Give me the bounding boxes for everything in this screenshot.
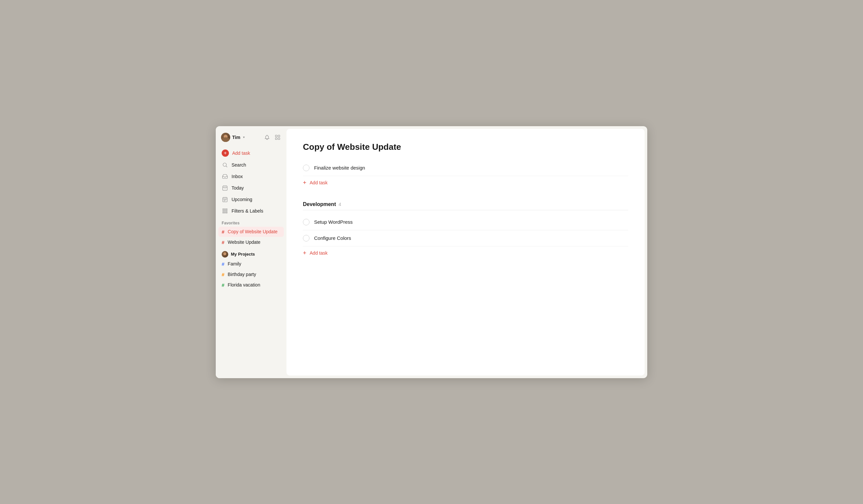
hash-icon-orange: #	[222, 272, 224, 277]
add-task-row-development[interactable]: + Add task	[303, 246, 628, 260]
svg-point-4	[223, 163, 227, 167]
search-icon	[222, 162, 228, 168]
svg-rect-23	[225, 212, 226, 213]
sidebar-item-add-task[interactable]: + Add task	[218, 147, 284, 159]
svg-rect-21	[226, 210, 227, 211]
bell-icon	[264, 134, 270, 140]
sidebar-nav: + Add task Search	[216, 146, 286, 378]
favorites-section-label: Favorites	[218, 217, 284, 227]
my-projects-label: My Projects	[231, 252, 255, 257]
task-row[interactable]: Configure Colors	[303, 230, 628, 246]
task-text-3: Configure Colors	[314, 235, 351, 241]
add-task-plus-icon-1: +	[303, 179, 307, 186]
sidebar-item-florida-vacation[interactable]: # Florida vacation	[218, 280, 284, 290]
notification-bell-button[interactable]	[263, 134, 271, 141]
svg-rect-16	[223, 209, 224, 210]
my-projects-avatar	[222, 251, 228, 258]
task-row[interactable]: Setup WordPress	[303, 214, 628, 230]
main-content: Copy of Website Update Finalize website …	[286, 129, 645, 376]
development-section-count: 4	[338, 202, 341, 207]
default-task-section: Finalize website design + Add task	[303, 160, 628, 190]
filters-labels-label: Filters & Labels	[232, 208, 263, 214]
hash-icon-red: #	[222, 229, 224, 235]
add-task-label-2: Add task	[310, 250, 328, 256]
svg-rect-3	[278, 138, 280, 139]
inbox-label: Inbox	[232, 174, 243, 179]
upcoming-label: Upcoming	[232, 197, 252, 202]
development-section-title: Development	[303, 202, 336, 207]
task-text-1: Finalize website design	[314, 165, 365, 170]
sidebar-item-inbox[interactable]: Inbox	[218, 171, 284, 182]
chevron-down-icon: ▾	[243, 135, 245, 139]
project-family-label: Family	[228, 261, 241, 267]
today-label: Today	[232, 185, 244, 191]
svg-rect-2	[275, 138, 277, 139]
today-icon: T	[222, 185, 228, 191]
task-row[interactable]: Finalize website design	[303, 160, 628, 176]
upcoming-icon	[222, 196, 228, 203]
task-checkbox-2[interactable]	[303, 219, 310, 225]
task-checkbox-1[interactable]	[303, 165, 310, 171]
project-title: Copy of Website Update	[303, 142, 628, 152]
svg-rect-24	[226, 212, 227, 213]
task-text-2: Setup WordPress	[314, 219, 353, 225]
development-task-section: Development 4 Setup WordPress Configure …	[303, 200, 628, 260]
my-projects-header: My Projects	[218, 248, 284, 259]
sidebar-item-family[interactable]: # Family	[218, 259, 284, 269]
user-section[interactable]: Tim ▾	[221, 133, 245, 142]
filters-icon	[222, 208, 228, 214]
hash-icon-green: #	[222, 282, 224, 288]
sidebar-item-upcoming[interactable]: Upcoming	[218, 194, 284, 205]
svg-rect-10	[223, 197, 227, 202]
add-task-circle-icon: +	[222, 150, 229, 157]
svg-rect-18	[226, 209, 227, 210]
inbox-icon	[222, 173, 228, 179]
svg-rect-22	[223, 212, 224, 213]
avatar	[221, 133, 230, 142]
sidebar-item-filters-labels[interactable]: Filters & Labels	[218, 205, 284, 217]
add-task-label-1: Add task	[310, 180, 328, 185]
search-label: Search	[232, 162, 246, 168]
svg-rect-20	[225, 210, 226, 211]
development-section-header: Development 4	[303, 200, 628, 207]
section-divider	[303, 210, 628, 210]
sidebar-item-birthday-party[interactable]: # Birthday party	[218, 269, 284, 280]
favorites-item-copy-label: Copy of Website Update	[228, 229, 278, 234]
sidebar-item-website-update[interactable]: # Website Update	[218, 237, 284, 247]
app-window: Tim ▾	[216, 126, 647, 378]
hash-icon-blue: #	[222, 261, 224, 267]
svg-rect-19	[223, 210, 224, 211]
sidebar-item-copy-website-update[interactable]: # Copy of Website Update	[218, 227, 284, 237]
header-icons	[263, 134, 281, 141]
svg-rect-1	[278, 135, 280, 137]
layout-toggle-button[interactable]	[274, 134, 281, 141]
sidebar-item-search[interactable]: Search	[218, 159, 284, 170]
sidebar: Tim ▾	[216, 126, 286, 378]
svg-text:T: T	[224, 188, 226, 190]
favorites-item-website-label: Website Update	[228, 240, 260, 245]
task-checkbox-3[interactable]	[303, 235, 310, 242]
svg-rect-17	[225, 209, 226, 210]
svg-rect-0	[275, 135, 277, 137]
add-task-label: Add task	[232, 151, 250, 156]
layout-icon	[275, 134, 280, 140]
sidebar-item-today[interactable]: T Today	[218, 182, 284, 194]
add-task-row-default[interactable]: + Add task	[303, 176, 628, 190]
hash-icon-red-2: #	[222, 240, 224, 245]
sidebar-header: Tim ▾	[216, 126, 286, 146]
project-florida-label: Florida vacation	[228, 282, 260, 287]
project-birthday-label: Birthday party	[228, 272, 256, 277]
add-task-plus-icon-2: +	[303, 250, 307, 257]
user-name: Tim	[232, 135, 240, 140]
